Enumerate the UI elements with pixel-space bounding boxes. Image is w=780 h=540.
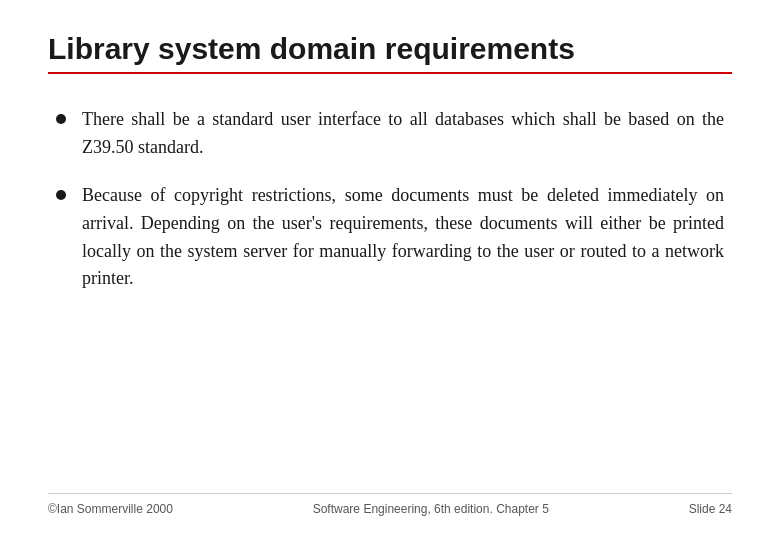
bullet-dot-2 bbox=[56, 190, 66, 200]
bullet-item-2: Because of copyright restrictions, some … bbox=[56, 182, 724, 294]
slide-title: Library system domain requirements bbox=[48, 32, 732, 66]
bullet-text-2: Because of copyright restrictions, some … bbox=[82, 182, 724, 294]
footer-center: Software Engineering, 6th edition. Chapt… bbox=[313, 502, 549, 516]
bullet-dot-1 bbox=[56, 114, 66, 124]
bullet-text-1: There shall be a standard user interface… bbox=[82, 106, 724, 162]
footer: ©Ian Sommerville 2000 Software Engineeri… bbox=[48, 493, 732, 516]
bullet-item-1: There shall be a standard user interface… bbox=[56, 106, 724, 162]
footer-right: Slide 24 bbox=[689, 502, 732, 516]
slide: Library system domain requirements There… bbox=[0, 0, 780, 540]
title-underline bbox=[48, 72, 732, 74]
content-area: There shall be a standard user interface… bbox=[48, 106, 732, 481]
footer-left: ©Ian Sommerville 2000 bbox=[48, 502, 173, 516]
title-section: Library system domain requirements bbox=[48, 32, 732, 98]
